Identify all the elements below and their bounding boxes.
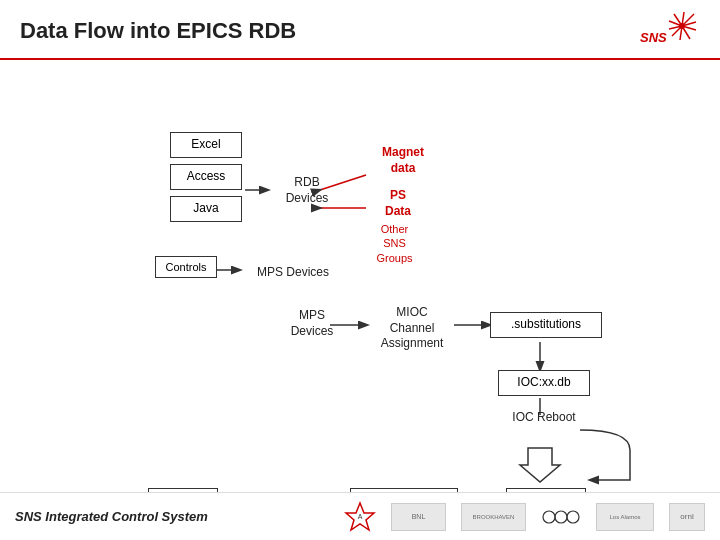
ps-data-label: PS Data <box>368 188 428 219</box>
footer-logos: A BNL BROOKHAVEN Los Alamos ornl <box>228 501 705 533</box>
magnet-data-label: Magnet data <box>368 145 438 176</box>
ioc-db-box: IOC:xx.db <box>498 370 590 396</box>
java-box: Java <box>170 196 242 222</box>
svg-point-26 <box>555 511 567 523</box>
mioc-label: MIOC Channel Assignment <box>368 305 456 352</box>
access-box: Access <box>170 164 242 190</box>
ornl-logo-icon <box>541 503 581 531</box>
substitutions-box: .substitutions <box>490 312 602 338</box>
diagram-area: Excel Access Java Controls RDB Devices M… <box>0 60 720 510</box>
ornl-text-logo: ornl <box>669 503 705 531</box>
controls-box: Controls <box>155 256 217 278</box>
svg-point-27 <box>567 511 579 523</box>
sns-logo-icon: SNS <box>640 10 700 52</box>
svg-text:A: A <box>358 513 363 520</box>
diagram-arrows <box>0 60 720 510</box>
rdb-devices-label: RDB Devices <box>272 175 342 206</box>
page-container: Data Flow into EPICS RDB SNS <box>0 0 720 540</box>
svg-marker-22 <box>520 448 560 482</box>
ans-logo-icon: A <box>344 501 376 533</box>
svg-text:SNS: SNS <box>640 30 667 45</box>
footer: SNS Integrated Control System A BNL BROO… <box>0 492 720 540</box>
mps-devices-bottom-label: MPS Devices <box>282 308 342 339</box>
other-sns-label: Other SNS Groups <box>362 222 427 265</box>
brookhaven-logo: BROOKHAVEN <box>461 503 526 531</box>
bnl-logo: BNL <box>391 503 446 531</box>
mps-devices-top-label: MPS Devices <box>248 265 338 281</box>
footer-text: SNS Integrated Control System <box>15 509 208 524</box>
header: Data Flow into EPICS RDB SNS <box>0 0 720 60</box>
svg-point-25 <box>543 511 555 523</box>
svg-point-10 <box>679 23 685 29</box>
ioc-reboot-label: IOC Reboot <box>498 410 590 426</box>
los-alamos-logo: Los Alamos <box>596 503 654 531</box>
page-title: Data Flow into EPICS RDB <box>20 18 296 44</box>
excel-box: Excel <box>170 132 242 158</box>
